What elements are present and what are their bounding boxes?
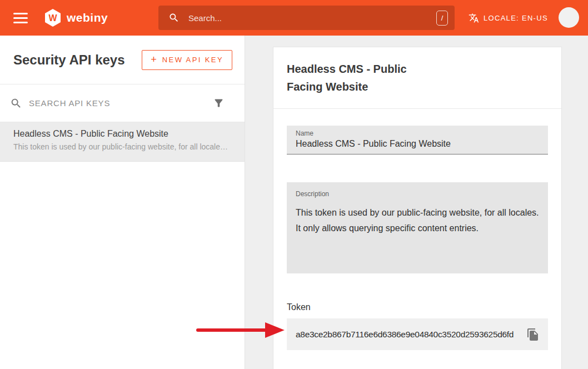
name-field[interactable]: Name Headless CMS - Public Facing Websit… bbox=[287, 126, 548, 154]
api-key-item-title: Headless CMS - Public Facing Website bbox=[13, 129, 231, 139]
api-keys-search-row bbox=[0, 84, 245, 122]
page-title: Security API keys bbox=[13, 52, 125, 68]
translate-icon bbox=[469, 13, 479, 23]
description-field[interactable]: Description This token is used by our pu… bbox=[287, 182, 548, 273]
locale-label: LOCALE: EN-US bbox=[484, 14, 548, 22]
list-panel-header: Security API keys + NEW API KEY bbox=[0, 36, 245, 84]
filter-icon[interactable] bbox=[213, 97, 225, 109]
detail-card-title: Headless CMS - Public Facing Website bbox=[287, 60, 426, 96]
svg-text:W: W bbox=[48, 13, 57, 23]
description-field-value[interactable]: This token is used by our public-facing … bbox=[296, 205, 539, 236]
search-icon bbox=[168, 12, 180, 23]
user-avatar[interactable] bbox=[559, 7, 579, 28]
detail-card-header: Headless CMS - Public Facing Website bbox=[273, 47, 561, 109]
locale-selector[interactable]: LOCALE: EN-US bbox=[469, 0, 548, 36]
api-key-list-item[interactable]: Headless CMS - Public Facing Website Thi… bbox=[0, 122, 245, 162]
detail-panel: Headless CMS - Public Facing Website Nam… bbox=[245, 36, 588, 369]
detail-card-form: Name Headless CMS - Public Facing Websit… bbox=[273, 109, 561, 350]
token-value: a8e3ce2b867b7116e6d6386e9e04840c3520d259… bbox=[296, 330, 514, 340]
hamburger-menu-icon[interactable] bbox=[13, 13, 28, 23]
copy-icon bbox=[526, 328, 540, 341]
global-search-input[interactable] bbox=[188, 13, 436, 23]
new-api-key-button[interactable]: + NEW API KEY bbox=[142, 50, 232, 70]
api-key-detail-card: Headless CMS - Public Facing Website Nam… bbox=[273, 47, 562, 369]
token-section: Token a8e3ce2b867b7116e6d6386e9e04840c35… bbox=[287, 302, 548, 350]
name-field-label: Name bbox=[296, 129, 539, 137]
top-app-bar: W webiny / LOCALE: EN-US bbox=[0, 0, 588, 36]
name-field-value[interactable]: Headless CMS - Public Facing Website bbox=[296, 139, 539, 149]
api-keys-list-panel: Security API keys + NEW API KEY Headless… bbox=[0, 36, 245, 369]
token-label: Token bbox=[287, 302, 548, 312]
search-shortcut-key-badge: / bbox=[436, 11, 448, 26]
global-search-bar[interactable]: / bbox=[158, 6, 455, 30]
search-icon bbox=[10, 97, 22, 109]
webiny-hexagon-icon: W bbox=[43, 8, 62, 27]
api-keys-search-input[interactable] bbox=[29, 98, 213, 108]
plus-icon: + bbox=[151, 54, 157, 66]
new-api-key-button-label: NEW API KEY bbox=[162, 56, 223, 64]
description-field-label: Description bbox=[296, 190, 539, 198]
api-key-item-description: This token is used by our public-facing … bbox=[13, 142, 231, 151]
webiny-logo[interactable]: W webiny bbox=[43, 8, 108, 27]
token-box: a8e3ce2b867b7116e6d6386e9e04840c3520d259… bbox=[287, 318, 548, 350]
copy-token-button[interactable] bbox=[526, 328, 540, 341]
webiny-wordmark: webiny bbox=[67, 11, 108, 24]
